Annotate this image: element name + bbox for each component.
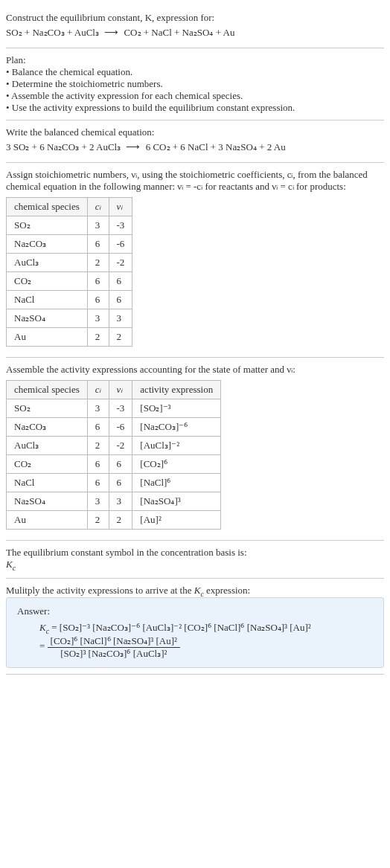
cell-v: 2 [109, 511, 132, 530]
col-species: chemical species [7, 198, 88, 216]
plan-b4: • Use the activity expressions to build … [6, 102, 384, 114]
cell-v: -2 [109, 254, 132, 272]
table-row: CO₂66 [7, 272, 132, 291]
cell-sp: Na₂CO₃ [7, 235, 88, 254]
cell-sp: Au [7, 511, 88, 530]
cell-v: 3 [109, 492, 132, 511]
answer-label: Answer: [17, 605, 373, 617]
table-row: AuCl₃2-2 [7, 254, 132, 272]
cell-a: [AuCl₃]⁻² [132, 437, 221, 455]
prompt-text: Construct the equilibrium constant, K, e… [6, 12, 214, 23]
table-header-row: chemical species cᵢ νᵢ [7, 198, 132, 216]
col-ci: cᵢ [87, 198, 109, 216]
table-row: Au22 [7, 328, 132, 347]
cell-c: 2 [87, 254, 109, 272]
cell-c: 6 [87, 474, 109, 492]
plan-title: Plan: [6, 54, 384, 66]
plan-b1: • Balance the chemical equation. [6, 66, 384, 78]
table-row: Na₂CO₃6-6 [7, 235, 132, 254]
cell-c: 3 [87, 216, 109, 235]
stoich-section: Assign stoichiometric numbers, νᵢ, using… [6, 163, 384, 358]
kc-symbol: Kc [6, 559, 384, 572]
cell-c: 3 [87, 309, 109, 328]
eq-rhs: CO₂ + NaCl + Na₂SO₄ + Au [124, 27, 234, 38]
basis-line: The equilibrium constant symbol in the c… [6, 547, 384, 559]
balanced-equation: 3 SO₂ + 6 Na₂CO₃ + 2 AuCl₃ ⟶ 6 CO₂ + 6 N… [6, 141, 384, 153]
plan-b2: • Determine the stoichiometric numbers. [6, 78, 384, 90]
table-row: Na₂SO₄33 [7, 309, 132, 328]
col-species: chemical species [7, 381, 88, 399]
cell-v: -3 [109, 399, 132, 418]
cell-v: -3 [109, 216, 132, 235]
fraction: [CO₂]⁶ [NaCl]⁶ [Na₂SO₄]³ [Au]² [SO₂]³ [N… [48, 635, 180, 660]
eq-lhs: SO₂ + Na₂CO₃ + AuCl₃ [6, 27, 99, 38]
prompt-line: Construct the equilibrium constant, K, e… [6, 12, 384, 24]
col-ci: cᵢ [87, 381, 109, 399]
plan-section: Plan: • Balance the chemical equation. •… [6, 48, 384, 120]
cell-sp: NaCl [7, 291, 88, 309]
table-row: Na₂CO₃6-6[Na₂CO₃]⁻⁶ [7, 418, 221, 437]
k-letter: K [6, 559, 13, 570]
cell-sp: Na₂CO₃ [7, 418, 88, 437]
numerator: [CO₂]⁶ [NaCl]⁶ [Na₂SO₄]³ [Au]² [48, 635, 180, 648]
balanced-title: Write the balanced chemical equation: [6, 126, 384, 138]
activity-section: Assemble the activity expressions accoun… [6, 358, 384, 541]
cell-sp: CO₂ [7, 272, 88, 291]
plan-b3: • Assemble the activity expression for e… [6, 90, 384, 102]
cell-a: [Na₂SO₄]³ [132, 492, 221, 511]
col-activity: activity expression [132, 381, 221, 399]
table-row: NaCl66[NaCl]⁶ [7, 474, 221, 492]
table-row: Na₂SO₄33[Na₂SO₄]³ [7, 492, 221, 511]
cell-v: 6 [109, 455, 132, 474]
cell-v: 6 [109, 474, 132, 492]
cell-sp: SO₂ [7, 399, 88, 418]
kc-fraction-line: = [CO₂]⁶ [NaCl]⁶ [Na₂SO₄]³ [Au]² [SO₂]³ … [17, 635, 373, 660]
table-row: AuCl₃2-2[AuCl₃]⁻² [7, 437, 221, 455]
table-row: SO₂3-3[SO₂]⁻³ [7, 399, 221, 418]
unbalanced-equation: SO₂ + Na₂CO₃ + AuCl₃ ⟶ CO₂ + NaCl + Na₂S… [6, 27, 384, 39]
balanced-rhs: 6 CO₂ + 6 NaCl + 3 Na₂SO₄ + 2 Au [146, 141, 286, 152]
table-row: NaCl66 [7, 291, 132, 309]
final-intro: Mulitply the activity expressions to arr… [6, 585, 384, 598]
final-section: Mulitply the activity expressions to arr… [6, 579, 384, 675]
kc-expression: Kc = [SO₂]⁻³ [Na₂CO₃]⁻⁶ [AuCl₃]⁻² [CO₂]⁶… [17, 622, 373, 635]
question-section: Construct the equilibrium constant, K, e… [6, 6, 384, 48]
col-vi: νᵢ [109, 198, 132, 216]
cell-c: 2 [87, 511, 109, 530]
cell-v: 6 [109, 272, 132, 291]
cell-c: 6 [87, 291, 109, 309]
cell-sp: Na₂SO₄ [7, 492, 88, 511]
kc-left: Kc [39, 622, 49, 633]
arrow-icon: ⟶ [101, 27, 121, 38]
k-sub: c [13, 564, 16, 572]
cell-a: [CO₂]⁶ [132, 455, 221, 474]
cell-c: 3 [87, 399, 109, 418]
cell-c: 2 [87, 328, 109, 347]
cell-sp: CO₂ [7, 455, 88, 474]
cell-sp: Na₂SO₄ [7, 309, 88, 328]
kc-product: = [SO₂]⁻³ [Na₂CO₃]⁻⁶ [AuCl₃]⁻² [CO₂]⁶ [N… [51, 622, 310, 633]
cell-sp: AuCl₃ [7, 254, 88, 272]
cell-c: 6 [87, 455, 109, 474]
cell-sp: NaCl [7, 474, 88, 492]
stoich-table: chemical species cᵢ νᵢ SO₂3-3 Na₂CO₃6-6 … [6, 197, 132, 347]
cell-c: 6 [87, 272, 109, 291]
cell-c: 6 [87, 235, 109, 254]
table-row: SO₂3-3 [7, 216, 132, 235]
cell-v: -6 [109, 418, 132, 437]
equals-sign: = [39, 640, 48, 652]
col-vi: νᵢ [109, 381, 132, 399]
cell-v: 6 [109, 291, 132, 309]
table-row: Au22[Au]² [7, 511, 221, 530]
cell-v: 3 [109, 309, 132, 328]
cell-a: [NaCl]⁶ [132, 474, 221, 492]
table-header-row: chemical species cᵢ νᵢ activity expressi… [7, 381, 221, 399]
denominator: [SO₂]³ [Na₂CO₃]⁶ [AuCl₃]² [48, 648, 180, 660]
basis-section: The equilibrium constant symbol in the c… [6, 541, 384, 579]
balanced-lhs: 3 SO₂ + 6 Na₂CO₃ + 2 AuCl₃ [6, 141, 121, 152]
activity-intro: Assemble the activity expressions accoun… [6, 364, 384, 376]
cell-c: 2 [87, 437, 109, 455]
cell-a: [Na₂CO₃]⁻⁶ [132, 418, 221, 437]
table-row: CO₂66[CO₂]⁶ [7, 455, 221, 474]
balanced-section: Write the balanced chemical equation: 3 … [6, 120, 384, 163]
